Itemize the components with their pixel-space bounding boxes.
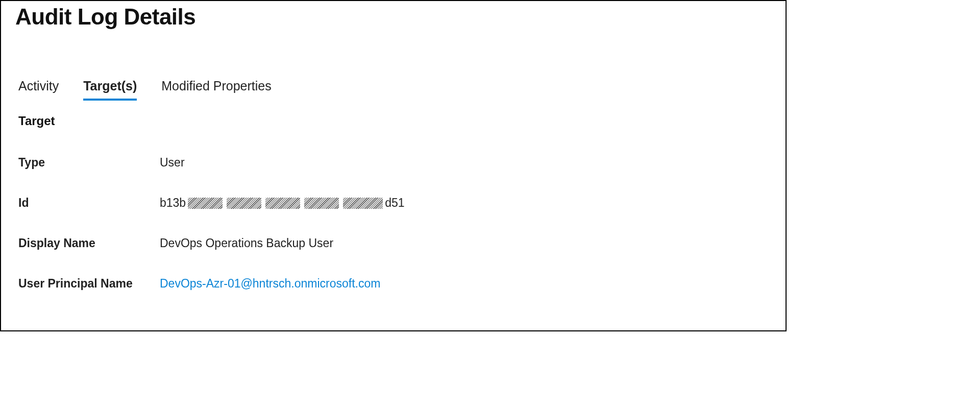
value-type: User (160, 156, 185, 170)
redacted-segment (227, 198, 261, 209)
value-user-principal-name[interactable]: DevOps-Azr-01@hntrsch.onmicrosoft.com (160, 277, 380, 291)
row-id: Id b13b d51 (18, 196, 786, 210)
tab-targets[interactable]: Target(s) (83, 79, 137, 100)
redacted-segment (188, 198, 223, 209)
label-id: Id (18, 196, 160, 210)
id-suffix: d51 (385, 196, 404, 210)
row-display-name: Display Name DevOps Operations Backup Us… (18, 236, 786, 250)
value-display-name: DevOps Operations Backup User (160, 236, 333, 250)
tabs: Activity Target(s) Modified Properties (18, 79, 786, 100)
id-prefix: b13b (160, 196, 186, 210)
value-id: b13b d51 (160, 196, 405, 210)
page-title: Audit Log Details (15, 4, 786, 30)
row-type: Type User (18, 156, 786, 170)
audit-log-details-panel: Audit Log Details Activity Target(s) Mod… (0, 0, 787, 331)
label-user-principal-name: User Principal Name (18, 277, 160, 291)
label-display-name: Display Name (18, 236, 160, 250)
tab-modified-properties[interactable]: Modified Properties (161, 79, 271, 100)
tab-activity[interactable]: Activity (18, 79, 59, 100)
redacted-segment (304, 198, 339, 209)
target-details: Type User Id b13b d51 Display Name DevOp… (18, 156, 786, 291)
label-type: Type (18, 156, 160, 170)
redacted-segment (265, 198, 300, 209)
section-heading-target: Target (18, 114, 786, 128)
row-user-principal-name: User Principal Name DevOps-Azr-01@hntrsc… (18, 277, 786, 291)
redacted-segment (343, 198, 383, 209)
